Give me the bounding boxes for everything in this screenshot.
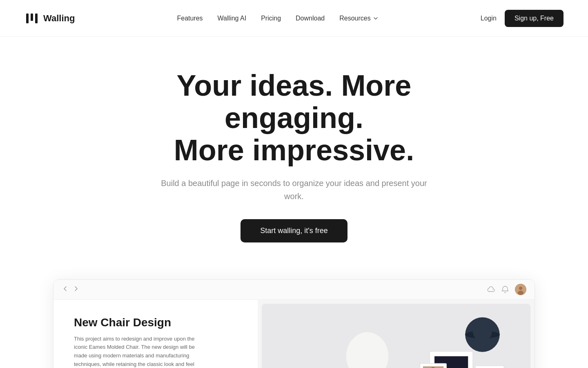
preview-topbar-icons: [487, 284, 526, 295]
project-title: New Chair Design: [74, 316, 237, 329]
login-link[interactable]: Login: [481, 15, 497, 22]
project-description: This project aims to redesign and improv…: [74, 335, 196, 368]
preview-main: New Chair Design This project aims to re…: [53, 300, 535, 368]
bell-icon: [501, 285, 509, 294]
preview-left-panel: New Chair Design This project aims to re…: [53, 300, 258, 368]
preview-nav-buttons: [62, 285, 80, 294]
svg-point-4: [519, 287, 522, 290]
hero-section: Your ideas. More engaging. More impressi…: [0, 37, 588, 267]
nav-link-walling-ai[interactable]: Walling AI: [218, 15, 247, 22]
svg-rect-27: [475, 366, 504, 368]
hero-title: Your ideas. More engaging. More impressi…: [110, 70, 478, 167]
nav-actions: Login Sign up, Free: [481, 10, 564, 27]
project-image: N: [262, 304, 530, 368]
nav-link-pricing[interactable]: Pricing: [261, 15, 281, 22]
nav-link-features[interactable]: Features: [177, 15, 203, 22]
nav-link-resources[interactable]: Resources: [339, 15, 378, 22]
svg-rect-1: [31, 13, 33, 21]
svg-rect-2: [35, 13, 38, 23]
logo[interactable]: Walling: [24, 11, 75, 26]
chevron-down-icon: [373, 16, 379, 21]
svg-rect-0: [26, 13, 29, 23]
preview-topbar: [53, 280, 535, 300]
back-button[interactable]: [62, 285, 69, 294]
hero-cta-button[interactable]: Start walling, it's free: [241, 219, 347, 242]
forward-button[interactable]: [72, 285, 80, 294]
nav-links: Features Walling AI Pricing Download Res…: [177, 15, 378, 22]
app-preview: New Chair Design This project aims to re…: [53, 279, 535, 368]
svg-point-12: [473, 321, 492, 342]
logo-text: Walling: [43, 13, 75, 24]
logo-icon: [24, 11, 39, 26]
hero-subtitle: Build a beautiful page in seconds to org…: [151, 177, 437, 203]
preview-right-panel: N: [258, 300, 535, 368]
svg-point-5: [518, 291, 523, 295]
navigation: Walling Features Walling AI Pricing Down…: [0, 0, 588, 37]
signup-button[interactable]: Sign up, Free: [505, 10, 564, 27]
nav-link-download[interactable]: Download: [296, 15, 325, 22]
user-avatar[interactable]: [515, 284, 526, 295]
cloud-icon: [487, 285, 495, 294]
